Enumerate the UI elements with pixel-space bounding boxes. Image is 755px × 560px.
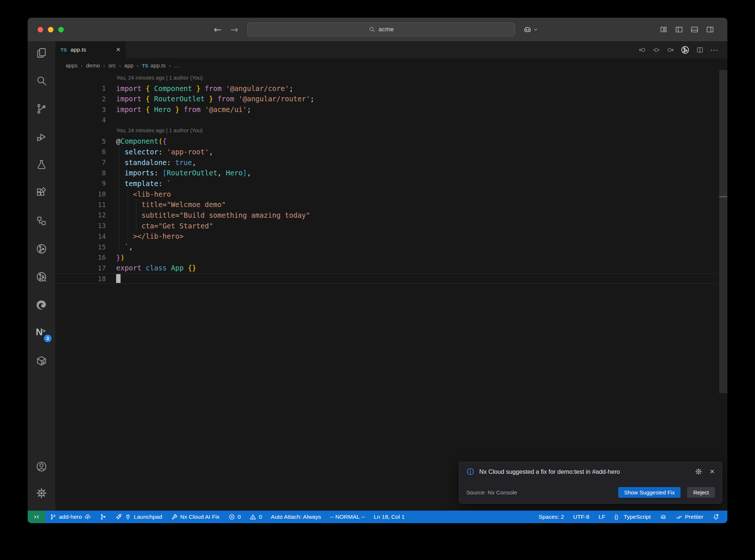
double-check-icon <box>676 514 682 520</box>
status-vim-mode-label: -- NORMAL -- <box>330 514 365 520</box>
breadcrumb-[interactable]: … <box>174 62 180 69</box>
activity-nx-console[interactable]: N>3 <box>33 324 51 342</box>
close-window-button[interactable] <box>38 27 43 32</box>
status-auto-attach-label: Auto Attach: Always <box>271 514 321 520</box>
indent-guide <box>128 189 128 242</box>
wrench-icon <box>171 514 178 520</box>
activity-settings[interactable] <box>33 484 51 502</box>
activity-gitlens[interactable] <box>33 240 51 258</box>
extensions-icon <box>36 187 47 199</box>
activity-badge: 3 <box>44 335 52 342</box>
activity-project-structure[interactable] <box>33 212 51 230</box>
status-copilot[interactable] <box>660 511 667 523</box>
status-indentation-label: Spaces: 2 <box>539 514 564 520</box>
toggle-panel-icon[interactable] <box>690 25 699 34</box>
indent-guide <box>119 147 119 252</box>
toggle-primary-sidebar-icon[interactable] <box>675 25 683 34</box>
status-remote-indicator[interactable] <box>28 511 45 523</box>
status-launchpad-label: Launchpad <box>134 514 162 520</box>
code-line-5: 5@Component({ <box>55 136 719 147</box>
editor[interactable]: You, 24 minutes ago | 1 author (You)1imp… <box>55 73 719 284</box>
code-line-8: 8 imports: [RouterOutlet, Hero], <box>55 168 719 178</box>
status-git-branch[interactable]: add-hero <box>50 511 91 523</box>
notification-settings-icon[interactable] <box>695 468 702 475</box>
editor-action-nav-back-icon[interactable] <box>639 46 646 54</box>
activity-run-debug[interactable] <box>33 128 51 146</box>
code-text: title="Welcmoe demo" <box>106 200 226 209</box>
status-formatter[interactable]: Prettier <box>676 511 703 523</box>
status-indentation[interactable]: Spaces: 2 <box>539 511 564 523</box>
activity-accounts[interactable] <box>33 458 51 475</box>
breadcrumb-demo[interactable]: demo <box>86 62 100 69</box>
show-suggested-fix-button[interactable]: Show Suggested Fix <box>618 487 681 498</box>
reject-button[interactable]: Reject <box>687 487 715 498</box>
command-center-search[interactable]: acme <box>247 22 515 36</box>
status-errors[interactable]: 0 <box>229 511 241 523</box>
editor-scrollbar[interactable] <box>719 70 727 393</box>
code-line-6: 6 selector: 'app-root', <box>55 147 719 157</box>
history-back-icon[interactable]: ← <box>214 25 222 34</box>
code-text: imports: [RouterOutlet, Hero], <box>106 169 251 177</box>
activity-explorer[interactable] <box>33 44 51 62</box>
activity-edge-tools[interactable] <box>33 296 51 314</box>
notification-toast: Nx Cloud suggested a fix for demo:test i… <box>459 462 722 504</box>
editor-action-more-icon[interactable]: ⋯ <box>710 46 718 54</box>
customize-layout-icon[interactable] <box>660 25 668 34</box>
activity-source-control[interactable] <box>33 100 51 118</box>
code-text: <lib-hero <box>106 190 171 198</box>
code-text: import { Hero } from '@acme/ui'; <box>106 105 251 113</box>
status-eol[interactable]: LF <box>599 511 605 523</box>
line-number: 1 <box>55 84 106 92</box>
activity-extensions[interactable] <box>33 184 51 202</box>
close-tab-icon[interactable]: ✕ <box>116 46 121 53</box>
status-nx-cloud-ai-fix[interactable]: Nx Cloud AI Fix <box>171 511 220 523</box>
chevron-down-icon <box>533 27 539 32</box>
tab-app-ts[interactable]: TS app.ts ✕ <box>55 41 126 58</box>
status-source-control-graph[interactable] <box>100 511 107 523</box>
code-line-11: 11 title="Welcmoe demo" <box>55 199 719 210</box>
notification-close-icon[interactable]: ✕ <box>710 469 715 475</box>
testing-icon <box>36 159 47 171</box>
explorer-icon <box>36 47 47 59</box>
status-vim-mode[interactable]: -- NORMAL -- <box>330 511 365 523</box>
breadcrumb-apps[interactable]: apps <box>66 62 78 69</box>
breadcrumb-appts[interactable]: TSapp.ts <box>142 62 166 69</box>
breadcrumb-separator: › <box>137 62 139 69</box>
status-cursor-position[interactable]: Ln 18, Col 1 <box>374 511 405 523</box>
status-warnings[interactable]: 0 <box>250 511 262 523</box>
status-encoding[interactable]: UTF-8 <box>573 511 589 523</box>
line-number: 16 <box>55 253 106 261</box>
zoom-window-button[interactable] <box>58 27 64 32</box>
activity-testing[interactable] <box>33 156 51 174</box>
breadcrumb-separator: › <box>169 62 171 69</box>
breadcrumb-src[interactable]: src <box>108 62 116 69</box>
history-forward-icon[interactable]: → <box>230 25 238 34</box>
editor-action-split-icon[interactable] <box>696 46 704 54</box>
editor-action-nx-graph-icon[interactable] <box>681 45 690 55</box>
warning-icon <box>250 514 256 520</box>
status-language-mode[interactable]: {}TypeScript <box>615 511 651 523</box>
status-launchpad[interactable]: Launchpad <box>115 511 162 523</box>
blame-annotation-row: You, 24 minutes ago | 1 author (You) <box>55 73 719 83</box>
line-number: 12 <box>55 211 106 219</box>
code-line-13: 13 cta="Get Started" <box>55 220 719 231</box>
editor-action-nav-forward-icon[interactable] <box>667 46 674 54</box>
code-line-15: 15 `, <box>55 242 719 252</box>
status-auto-attach[interactable]: Auto Attach: Always <box>271 511 321 523</box>
desktop: { "colors":{ "statusbar":"#0f6fd0","remo… <box>0 0 755 560</box>
minimize-window-button[interactable] <box>48 27 53 32</box>
editor-action-nav-dot-icon[interactable] <box>653 46 660 54</box>
breadcrumb-app[interactable]: app <box>124 62 133 69</box>
toggle-secondary-sidebar-icon[interactable] <box>706 25 714 34</box>
copilot-menu[interactable] <box>523 18 539 41</box>
status-notifications[interactable] <box>713 511 719 523</box>
line-number: 6 <box>55 148 106 155</box>
status-bar: add-heroLaunchpadNx Cloud AI Fix00Auto A… <box>28 511 727 523</box>
activity-search[interactable] <box>33 72 51 90</box>
activity-containers[interactable] <box>33 352 51 370</box>
gitlens-icon <box>36 243 47 255</box>
code-line-14: 14 ></lib-hero> <box>55 231 719 242</box>
typescript-file-icon: TS <box>142 62 148 69</box>
vim-block-cursor <box>116 274 121 283</box>
activity-gitlens-search[interactable] <box>33 268 51 286</box>
